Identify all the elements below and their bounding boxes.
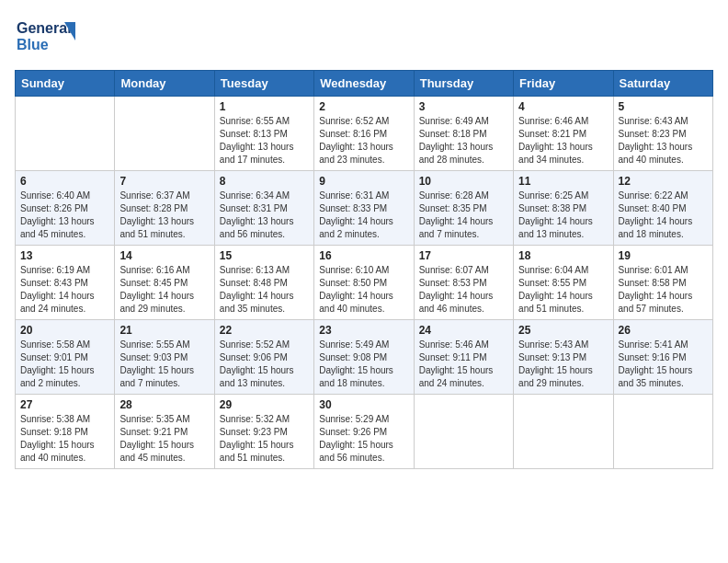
day-number: 25 — [518, 324, 608, 337]
calendar-week-row: 20Sunrise: 5:58 AM Sunset: 9:01 PM Dayli… — [16, 320, 713, 395]
day-info: Sunrise: 6:16 AM Sunset: 8:45 PM Dayligh… — [119, 264, 209, 316]
calendar-cell: 10Sunrise: 6:28 AM Sunset: 8:35 PM Dayli… — [414, 171, 513, 246]
day-number: 10 — [419, 175, 508, 188]
day-info: Sunrise: 6:52 AM Sunset: 8:16 PM Dayligh… — [319, 115, 408, 167]
day-number: 8 — [220, 175, 309, 188]
calendar-cell: 19Sunrise: 6:01 AM Sunset: 8:58 PM Dayli… — [613, 246, 712, 320]
day-number: 22 — [220, 324, 309, 337]
day-info: Sunrise: 6:49 AM Sunset: 8:18 PM Dayligh… — [419, 115, 508, 167]
calendar-cell: 8Sunrise: 6:34 AM Sunset: 8:31 PM Daylig… — [214, 171, 313, 246]
day-number: 6 — [20, 175, 109, 188]
day-info: Sunrise: 6:01 AM Sunset: 8:58 PM Dayligh… — [619, 264, 708, 316]
calendar-cell: 15Sunrise: 6:13 AM Sunset: 8:48 PM Dayli… — [214, 246, 313, 320]
calendar-cell: 17Sunrise: 6:07 AM Sunset: 8:53 PM Dayli… — [414, 246, 513, 320]
calendar-cell: 5Sunrise: 6:43 AM Sunset: 8:23 PM Daylig… — [613, 97, 712, 171]
logo-icon: General Blue — [15, 15, 79, 55]
day-info: Sunrise: 6:40 AM Sunset: 8:26 PM Dayligh… — [20, 190, 109, 241]
day-info: Sunrise: 5:58 AM Sunset: 9:01 PM Dayligh… — [20, 339, 109, 390]
calendar-cell: 22Sunrise: 5:52 AM Sunset: 9:06 PM Dayli… — [214, 320, 313, 395]
day-of-week-header: Tuesday — [214, 71, 313, 97]
calendar-cell: 12Sunrise: 6:22 AM Sunset: 8:40 PM Dayli… — [613, 171, 712, 246]
day-number: 7 — [119, 175, 209, 188]
calendar-cell: 1Sunrise: 6:55 AM Sunset: 8:13 PM Daylig… — [214, 97, 313, 171]
calendar-cell: 29Sunrise: 5:32 AM Sunset: 9:23 PM Dayli… — [214, 395, 313, 469]
day-info: Sunrise: 6:13 AM Sunset: 8:48 PM Dayligh… — [220, 264, 309, 316]
day-info: Sunrise: 5:41 AM Sunset: 9:16 PM Dayligh… — [619, 339, 708, 390]
day-info: Sunrise: 5:35 AM Sunset: 9:21 PM Dayligh… — [119, 413, 209, 465]
day-info: Sunrise: 6:19 AM Sunset: 8:43 PM Dayligh… — [20, 264, 109, 316]
day-number: 23 — [319, 324, 408, 337]
day-info: Sunrise: 5:32 AM Sunset: 9:23 PM Dayligh… — [220, 413, 309, 465]
calendar-cell: 20Sunrise: 5:58 AM Sunset: 9:01 PM Dayli… — [16, 320, 115, 395]
day-info: Sunrise: 5:49 AM Sunset: 9:08 PM Dayligh… — [319, 339, 408, 390]
page-header: General Blue — [15, 15, 713, 59]
calendar-cell: 6Sunrise: 6:40 AM Sunset: 8:26 PM Daylig… — [16, 171, 115, 246]
day-info: Sunrise: 5:29 AM Sunset: 9:26 PM Dayligh… — [319, 413, 408, 465]
calendar-week-row: 6Sunrise: 6:40 AM Sunset: 8:26 PM Daylig… — [16, 171, 713, 246]
day-number: 28 — [119, 398, 209, 411]
day-number: 13 — [20, 249, 109, 262]
day-number: 9 — [319, 175, 408, 188]
calendar-cell: 14Sunrise: 6:16 AM Sunset: 8:45 PM Dayli… — [115, 246, 214, 320]
day-info: Sunrise: 6:10 AM Sunset: 8:50 PM Dayligh… — [319, 264, 408, 316]
calendar-cell: 7Sunrise: 6:37 AM Sunset: 8:28 PM Daylig… — [115, 171, 214, 246]
calendar-week-row: 27Sunrise: 5:38 AM Sunset: 9:18 PM Dayli… — [16, 395, 713, 469]
day-of-week-header: Saturday — [613, 71, 712, 97]
day-number: 30 — [319, 398, 408, 411]
calendar-cell: 23Sunrise: 5:49 AM Sunset: 9:08 PM Dayli… — [314, 320, 414, 395]
day-number: 18 — [518, 249, 608, 262]
day-info: Sunrise: 5:55 AM Sunset: 9:03 PM Dayligh… — [119, 339, 209, 390]
day-number: 27 — [20, 398, 109, 411]
day-number: 14 — [119, 249, 209, 262]
calendar-cell: 3Sunrise: 6:49 AM Sunset: 8:18 PM Daylig… — [414, 97, 513, 171]
logo: General Blue — [15, 15, 79, 59]
day-number: 20 — [20, 324, 109, 337]
svg-text:General: General — [17, 20, 72, 36]
calendar-cell: 25Sunrise: 5:43 AM Sunset: 9:13 PM Dayli… — [514, 320, 613, 395]
calendar-cell — [115, 97, 214, 171]
day-number: 29 — [220, 398, 309, 411]
calendar-cell — [414, 395, 513, 469]
day-info: Sunrise: 6:07 AM Sunset: 8:53 PM Dayligh… — [419, 264, 508, 316]
calendar-cell: 13Sunrise: 6:19 AM Sunset: 8:43 PM Dayli… — [16, 246, 115, 320]
calendar-cell: 2Sunrise: 6:52 AM Sunset: 8:16 PM Daylig… — [314, 97, 414, 171]
calendar-cell: 16Sunrise: 6:10 AM Sunset: 8:50 PM Dayli… — [314, 246, 414, 320]
calendar-cell: 24Sunrise: 5:46 AM Sunset: 9:11 PM Dayli… — [414, 320, 513, 395]
day-of-week-header: Sunday — [16, 71, 115, 97]
calendar-cell: 11Sunrise: 6:25 AM Sunset: 8:38 PM Dayli… — [514, 171, 613, 246]
day-number: 1 — [220, 100, 309, 113]
day-of-week-header: Thursday — [414, 71, 513, 97]
day-number: 24 — [419, 324, 508, 337]
calendar-cell — [514, 395, 613, 469]
calendar-week-row: 1Sunrise: 6:55 AM Sunset: 8:13 PM Daylig… — [16, 97, 713, 171]
day-info: Sunrise: 6:34 AM Sunset: 8:31 PM Dayligh… — [220, 190, 309, 241]
day-of-week-header: Monday — [115, 71, 214, 97]
day-info: Sunrise: 5:46 AM Sunset: 9:11 PM Dayligh… — [419, 339, 508, 390]
day-number: 21 — [119, 324, 209, 337]
day-info: Sunrise: 6:25 AM Sunset: 8:38 PM Dayligh… — [518, 190, 608, 241]
day-number: 17 — [419, 249, 508, 262]
calendar-week-row: 13Sunrise: 6:19 AM Sunset: 8:43 PM Dayli… — [16, 246, 713, 320]
day-info: Sunrise: 6:04 AM Sunset: 8:55 PM Dayligh… — [518, 264, 608, 316]
day-number: 3 — [419, 100, 508, 113]
day-number: 19 — [619, 249, 708, 262]
calendar-cell — [16, 97, 115, 171]
calendar-cell: 18Sunrise: 6:04 AM Sunset: 8:55 PM Dayli… — [514, 246, 613, 320]
day-of-week-header: Friday — [514, 71, 613, 97]
calendar-cell: 4Sunrise: 6:46 AM Sunset: 8:21 PM Daylig… — [514, 97, 613, 171]
day-number: 15 — [220, 249, 309, 262]
calendar-cell: 9Sunrise: 6:31 AM Sunset: 8:33 PM Daylig… — [314, 171, 414, 246]
calendar-table: SundayMondayTuesdayWednesdayThursdayFrid… — [15, 70, 713, 469]
day-info: Sunrise: 6:37 AM Sunset: 8:28 PM Dayligh… — [119, 190, 209, 241]
calendar-cell: 21Sunrise: 5:55 AM Sunset: 9:03 PM Dayli… — [115, 320, 214, 395]
day-number: 26 — [619, 324, 708, 337]
day-info: Sunrise: 6:28 AM Sunset: 8:35 PM Dayligh… — [419, 190, 508, 241]
day-info: Sunrise: 5:43 AM Sunset: 9:13 PM Dayligh… — [518, 339, 608, 390]
day-number: 2 — [319, 100, 408, 113]
calendar-cell: 30Sunrise: 5:29 AM Sunset: 9:26 PM Dayli… — [314, 395, 414, 469]
day-info: Sunrise: 5:52 AM Sunset: 9:06 PM Dayligh… — [220, 339, 309, 390]
day-number: 11 — [518, 175, 608, 188]
calendar-cell: 26Sunrise: 5:41 AM Sunset: 9:16 PM Dayli… — [613, 320, 712, 395]
day-info: Sunrise: 5:38 AM Sunset: 9:18 PM Dayligh… — [20, 413, 109, 465]
calendar-header-row: SundayMondayTuesdayWednesdayThursdayFrid… — [16, 71, 713, 97]
